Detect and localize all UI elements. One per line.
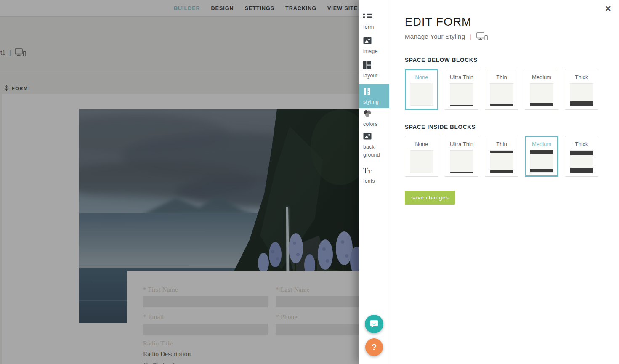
sidebar-item-back-ground[interactable]: back-ground bbox=[359, 133, 389, 159]
option-space-below-blocks-thick[interactable]: Thick bbox=[565, 69, 598, 110]
save-changes-button[interactable]: save changes bbox=[405, 191, 455, 205]
option-label: Ultra Thin bbox=[445, 141, 478, 147]
spacing-preview bbox=[490, 150, 513, 173]
sidebar-item-label: layout bbox=[363, 72, 387, 80]
option-space-inside-blocks-thin[interactable]: Thin bbox=[485, 136, 518, 177]
option-label: Medium bbox=[526, 141, 557, 147]
svg-text:T: T bbox=[363, 167, 368, 175]
sidebar-item-layout[interactable]: layout bbox=[359, 61, 389, 80]
option-label: Thin bbox=[485, 141, 518, 147]
option-space-below-blocks-ultra-thin[interactable]: Ultra Thin bbox=[445, 69, 478, 110]
editor-sidebar: formimagelayoutstylingcolorsback-groundT… bbox=[359, 0, 389, 364]
spacing-preview bbox=[570, 150, 593, 173]
option-label: None bbox=[405, 141, 438, 147]
option-space-inside-blocks-none[interactable]: None bbox=[405, 136, 438, 177]
spacing-preview bbox=[450, 150, 473, 173]
option-label: Thick bbox=[565, 141, 598, 147]
sidebar-item-colors[interactable]: colors bbox=[359, 110, 389, 128]
option-space-below-blocks-medium[interactable]: Medium bbox=[525, 69, 558, 110]
sidebar-item-label: colors bbox=[363, 120, 387, 128]
option-row-space-inside-blocks: NoneUltra ThinThinMediumThick bbox=[405, 136, 606, 177]
editor-drawer: formimagelayoutstylingcolorsback-groundT… bbox=[359, 0, 619, 364]
section-title-space-inside-blocks: SPACE INSIDE BLOCKS bbox=[405, 124, 606, 130]
question-mark-icon: ? bbox=[372, 342, 377, 352]
option-label: Medium bbox=[525, 74, 558, 80]
device-toggle-icon[interactable] bbox=[476, 32, 488, 40]
colors-icon bbox=[363, 110, 389, 118]
spacing-preview bbox=[410, 150, 433, 173]
sidebar-item-label: back-ground bbox=[363, 143, 387, 159]
spacing-preview bbox=[450, 83, 473, 106]
builder-canvas: BUILDERDESIGNSETTINGSTRACKINGVIEW SITE t… bbox=[0, 0, 359, 364]
option-space-below-blocks-none[interactable]: None bbox=[405, 69, 438, 110]
svg-text:T: T bbox=[368, 168, 372, 175]
spacing-preview bbox=[570, 83, 593, 106]
option-space-inside-blocks-thick[interactable]: Thick bbox=[565, 136, 598, 177]
option-label: None bbox=[406, 74, 437, 80]
fonts-icon: TT bbox=[363, 167, 389, 175]
sidebar-item-label: form bbox=[363, 23, 387, 31]
chat-bubble-icon bbox=[369, 320, 379, 328]
sidebar-item-label: image bbox=[363, 48, 387, 56]
sidebar-item-label: fonts bbox=[363, 177, 387, 185]
dim-overlay bbox=[0, 0, 359, 364]
spacing-preview bbox=[490, 83, 513, 106]
option-row-space-below-blocks: NoneUltra ThinThinMediumThick bbox=[405, 69, 606, 110]
styling-icon bbox=[363, 88, 389, 96]
sidebar-item-form[interactable]: form bbox=[359, 13, 389, 31]
close-icon[interactable]: ✕ bbox=[605, 5, 611, 13]
subtitle-separator: | bbox=[470, 33, 471, 40]
edit-form-panel: ✕ EDIT FORM Manage Your Styling | SPACE … bbox=[389, 0, 619, 364]
image-icon bbox=[363, 37, 389, 45]
option-space-below-blocks-thin[interactable]: Thin bbox=[485, 69, 518, 110]
panel-subtitle: Manage Your Styling bbox=[405, 33, 465, 40]
option-label: Thick bbox=[565, 74, 598, 80]
chat-button[interactable] bbox=[365, 315, 383, 333]
section-title-space-below-blocks: SPACE BELOW BLOCKS bbox=[405, 57, 606, 63]
background-icon bbox=[363, 133, 389, 141]
spacing-preview bbox=[530, 150, 553, 173]
option-space-inside-blocks-ultra-thin[interactable]: Ultra Thin bbox=[445, 136, 478, 177]
sidebar-item-styling[interactable]: styling bbox=[359, 84, 389, 108]
option-label: Ultra Thin bbox=[445, 74, 478, 80]
form-icon bbox=[363, 13, 389, 21]
spacing-preview bbox=[530, 83, 553, 106]
sidebar-item-image[interactable]: image bbox=[359, 37, 389, 56]
help-button[interactable]: ? bbox=[365, 338, 383, 356]
option-space-inside-blocks-medium[interactable]: Medium bbox=[525, 136, 558, 177]
panel-title: EDIT FORM bbox=[405, 16, 472, 29]
sidebar-item-fonts[interactable]: TTfonts bbox=[359, 167, 389, 185]
layout-icon bbox=[363, 61, 389, 70]
sidebar-item-label: styling bbox=[363, 98, 387, 106]
spacing-preview bbox=[410, 83, 433, 106]
option-label: Thin bbox=[485, 74, 518, 80]
